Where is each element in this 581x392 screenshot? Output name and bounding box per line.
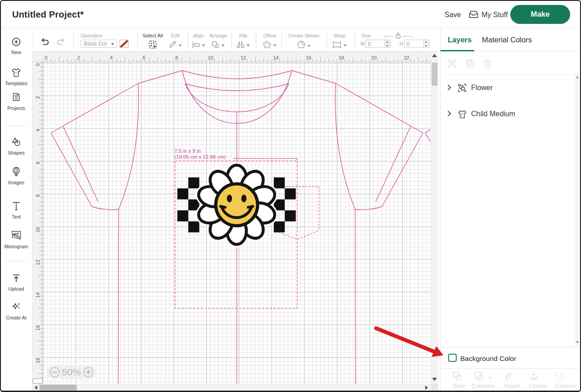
svg-text:22: 22 <box>404 55 409 60</box>
svg-text:8: 8 <box>175 55 178 60</box>
svg-text:8: 8 <box>35 194 41 197</box>
svg-text:6: 6 <box>35 161 41 164</box>
svg-text:12: 12 <box>35 260 41 265</box>
svg-text:0: 0 <box>35 64 41 66</box>
svg-text:10: 10 <box>208 55 213 60</box>
svg-text:10: 10 <box>35 227 41 232</box>
svg-text:0: 0 <box>45 55 47 60</box>
svg-text:4: 4 <box>35 129 41 132</box>
svg-text:6: 6 <box>143 55 145 60</box>
svg-text:7.5 in x 9 in: 7.5 in x 9 in <box>174 148 201 154</box>
svg-text:20: 20 <box>371 55 377 60</box>
svg-text:16: 16 <box>306 55 311 60</box>
svg-text:(19.05 cm x 22.86 cm): (19.05 cm x 22.86 cm) <box>174 154 226 160</box>
svg-text:14: 14 <box>273 55 279 60</box>
svg-text:18: 18 <box>339 55 344 60</box>
svg-text:12: 12 <box>241 55 246 60</box>
svg-text:2: 2 <box>77 55 80 60</box>
svg-text:18: 18 <box>35 358 41 363</box>
svg-text:2: 2 <box>35 96 41 99</box>
svg-text:16: 16 <box>35 325 41 330</box>
svg-text:50%: 50% <box>62 367 81 377</box>
svg-text:4: 4 <box>110 55 113 60</box>
svg-text:14: 14 <box>35 292 41 298</box>
